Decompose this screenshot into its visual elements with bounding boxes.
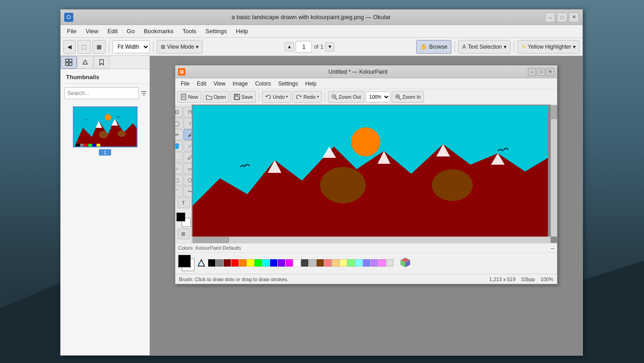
kp-tool-circle[interactable]: ○ bbox=[175, 163, 183, 174]
sidebar-search-input[interactable] bbox=[64, 87, 139, 99]
selection-tool-button[interactable]: ⬚ bbox=[77, 40, 91, 54]
kp-canvas[interactable] bbox=[193, 106, 548, 242]
close-button[interactable]: ✕ bbox=[569, 12, 579, 22]
palette-color-16[interactable] bbox=[332, 259, 339, 267]
sidebar-tab-bookmarks[interactable] bbox=[93, 56, 110, 69]
kp-zoom-out-button[interactable]: Zoom Out bbox=[328, 91, 364, 103]
svg-text:O: O bbox=[66, 14, 71, 20]
kp-foreground-swatch[interactable] bbox=[178, 255, 191, 267]
kp-new-button[interactable]: New bbox=[177, 91, 201, 103]
palette-color-17[interactable] bbox=[340, 259, 347, 267]
palette-color-3[interactable] bbox=[231, 259, 239, 267]
kp-maximize-button[interactable]: □ bbox=[537, 68, 545, 76]
sidebar-tab-annotations[interactable] bbox=[77, 56, 93, 69]
minimize-button[interactable]: – bbox=[545, 12, 555, 22]
browse-button[interactable]: ✋ Browse bbox=[416, 40, 451, 54]
palette-color-0[interactable] bbox=[208, 259, 215, 267]
kp-tool-select-all[interactable]: ⊞ bbox=[177, 228, 190, 239]
kp-tool-ellipse-select[interactable]: ◯ bbox=[175, 118, 183, 129]
sidebar-tabs bbox=[61, 56, 149, 69]
kp-redo-button[interactable]: Redo ▾ bbox=[292, 91, 322, 103]
kp-tool-rounded-rect[interactable]: ▢ bbox=[175, 175, 183, 186]
kp-zoom-select[interactable]: 100% 50% 200% bbox=[366, 91, 390, 102]
kp-fg-color[interactable] bbox=[176, 212, 185, 222]
kp-minimize-button[interactable]: – bbox=[528, 68, 536, 76]
palette-color-12[interactable] bbox=[301, 259, 308, 267]
kp-colors-header: Colors: KolourPaint Defaults – bbox=[175, 243, 557, 253]
menu-tools[interactable]: Tools bbox=[178, 26, 201, 36]
h-scrollbar-thumb[interactable] bbox=[193, 237, 229, 243]
palette-color-15[interactable] bbox=[324, 259, 332, 267]
palette-color-19[interactable] bbox=[355, 259, 363, 267]
kp-transparency-button[interactable] bbox=[196, 258, 206, 268]
palette-color-22[interactable] bbox=[378, 259, 386, 267]
next-page-button[interactable]: ▼ bbox=[325, 42, 334, 51]
view-mode-button[interactable]: ⊞ View Mode ▾ bbox=[157, 40, 203, 54]
kp-open-button[interactable]: Open bbox=[203, 91, 229, 103]
okular-main-viewer[interactable]: Untitled * — KolourPaint – □ ✕ File Edit… bbox=[150, 56, 583, 355]
menu-edit[interactable]: Edit bbox=[103, 26, 122, 36]
kp-tool-flood-fill[interactable]: 🪣 bbox=[175, 141, 183, 151]
text-selection-button[interactable]: A Text Selection ▾ bbox=[458, 40, 511, 54]
kp-tool-pencil[interactable]: ✏ bbox=[175, 129, 183, 140]
palette-color-1[interactable] bbox=[216, 259, 223, 267]
palette-color-20[interactable] bbox=[363, 259, 370, 267]
kp-save-button[interactable]: Save bbox=[230, 91, 256, 103]
zoom-select[interactable]: Fit Width Fit Page 100% bbox=[112, 40, 150, 53]
palette-color-8[interactable] bbox=[270, 259, 277, 267]
thumbnail-page-1[interactable]: 1 bbox=[64, 106, 146, 156]
palette-color-9[interactable] bbox=[278, 259, 285, 267]
menu-file[interactable]: File bbox=[62, 26, 81, 36]
kp-tool-rect-select[interactable]: ⊡ bbox=[175, 106, 183, 117]
palette-color-11[interactable] bbox=[293, 259, 301, 267]
kp-3d-colors-button[interactable] bbox=[399, 256, 412, 270]
menu-settings[interactable]: Settings bbox=[201, 26, 231, 36]
yellow-highlighter-button[interactable]: ✎ Yellow Highlighter ▾ bbox=[517, 40, 580, 54]
palette-color-13[interactable] bbox=[309, 259, 316, 267]
kp-menu-settings[interactable]: Settings bbox=[275, 80, 302, 88]
scrollbar-thumb[interactable] bbox=[551, 106, 557, 119]
palette-color-2[interactable] bbox=[224, 259, 231, 267]
svg-marker-49 bbox=[198, 260, 204, 266]
palette-color-18[interactable] bbox=[348, 259, 355, 267]
kp-close-button[interactable]: ✕ bbox=[546, 68, 554, 76]
palette-color-23[interactable] bbox=[386, 259, 394, 267]
kp-canvas-area: ⊡ ⊓ ◯ / ✏ 🖌 🪣 💉 bbox=[175, 105, 557, 243]
menu-view[interactable]: View bbox=[81, 26, 103, 36]
kp-menu-image[interactable]: Image bbox=[229, 80, 251, 88]
kp-zoom-in-button[interactable]: Zoom In bbox=[392, 91, 424, 103]
kp-colors-minimize[interactable]: – bbox=[551, 244, 554, 252]
kp-menu-edit[interactable]: Edit bbox=[193, 80, 210, 88]
palette-color-14[interactable] bbox=[317, 259, 324, 267]
kp-menu-help[interactable]: Help bbox=[302, 80, 320, 88]
kp-menu-view[interactable]: View bbox=[210, 80, 229, 88]
palette-color-21[interactable] bbox=[371, 259, 378, 267]
kp-tool-text[interactable]: T bbox=[177, 197, 190, 208]
palette-color-7[interactable] bbox=[262, 259, 270, 267]
kp-undo-button[interactable]: Undo ▾ bbox=[262, 91, 291, 103]
kp-horizontal-scrollbar[interactable] bbox=[192, 237, 551, 243]
kp-canvas-wrapper[interactable] bbox=[192, 105, 557, 243]
kp-menu-colors[interactable]: Colors bbox=[251, 80, 275, 88]
maximize-button[interactable]: □ bbox=[557, 12, 567, 22]
sidebar-toggle-icon: ◀ bbox=[67, 44, 72, 50]
select-text-tool-button[interactable]: ▦ bbox=[92, 40, 106, 54]
kp-vertical-scrollbar[interactable] bbox=[551, 105, 557, 237]
menu-bookmarks[interactable]: Bookmarks bbox=[139, 26, 178, 36]
svg-rect-30 bbox=[235, 97, 239, 99]
kp-tool-bezier[interactable]: ⌒ bbox=[175, 186, 183, 197]
palette-color-6[interactable] bbox=[255, 259, 262, 267]
filter-button[interactable] bbox=[141, 88, 147, 98]
palette-color-4[interactable] bbox=[239, 259, 246, 267]
kp-tool-eraser[interactable]: ⬜ bbox=[175, 152, 183, 163]
page-number-input[interactable] bbox=[296, 41, 312, 53]
menu-help[interactable]: Help bbox=[231, 26, 253, 36]
sidebar-tab-thumbnails[interactable] bbox=[61, 56, 77, 69]
sidebar-toggle-button[interactable]: ◀ bbox=[63, 40, 76, 54]
palette-color-10[interactable] bbox=[286, 259, 293, 267]
kp-menu-file[interactable]: File bbox=[177, 80, 193, 88]
palette-color-5[interactable] bbox=[247, 259, 254, 267]
menu-go[interactable]: Go bbox=[122, 26, 139, 36]
prev-page-button[interactable]: ▲ bbox=[285, 42, 294, 51]
kp-colors-row bbox=[175, 253, 557, 273]
